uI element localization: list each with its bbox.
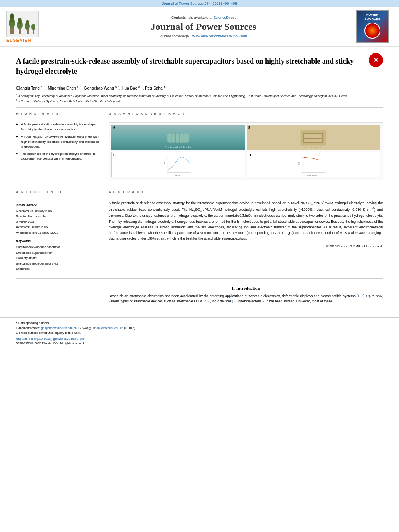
svg-point-11 xyxy=(31,24,35,30)
abstract-column: A B S T R A C T A facile prestrain-stick… xyxy=(109,190,383,272)
svg-text:Buckled film electrodes: Buckled film electrodes xyxy=(305,147,322,149)
journal-header: ELSEVIER Contents lists available at Sci… xyxy=(0,7,399,47)
highlight-item-2: A novel Na2SO4-αPUA/PAAM hydrogel electr… xyxy=(16,134,101,149)
keyword-1: Prestrain-stick-release assembly xyxy=(16,244,101,250)
highlight-item-1: A facile prestrain-stick-release assembl… xyxy=(16,122,101,132)
footer-equal-contribution: 1 These authors contributed equally to t… xyxy=(16,331,383,335)
accepted-date: Accepted 9 March 2015 xyxy=(16,224,101,230)
affiliation-a: a a Shanghai Key Laboratory of Advanced … xyxy=(16,93,383,98)
available-online-date: Available online 11 March 2015 xyxy=(16,230,101,236)
article-info-divider xyxy=(16,197,101,197)
article-content: A facile prestrain-stick-release assembl… xyxy=(0,47,399,311)
full-divider xyxy=(16,278,383,279)
svg-text:Cycle number: Cycle number xyxy=(307,174,317,176)
footer-issn: 0378-7753/© 2015 Elsevier B.V. All right… xyxy=(16,341,383,345)
article-footer: * Corresponding authors. E-mail addresse… xyxy=(0,317,399,348)
svg-text:Time / s: Time / s xyxy=(174,174,180,176)
image-c-label: C xyxy=(113,153,116,157)
image-d-label: D xyxy=(249,153,251,157)
image-b-label: B xyxy=(248,126,250,129)
highlights-label: H I G H L I G H T S xyxy=(16,112,101,115)
keyword-5: Stickiness xyxy=(16,266,101,272)
highlights-graphical-section: H I G H L I G H T S A facile prestrain-s… xyxy=(16,112,383,180)
highlights-list: A facile prestrain-stick-release assembl… xyxy=(16,122,101,161)
svg-point-6 xyxy=(18,18,22,24)
email-bao[interactable]: banhua@ecust.edu.cn xyxy=(93,326,123,330)
sciencedirect-link[interactable]: ScienceDirect xyxy=(214,16,236,20)
doi-link[interactable]: http://dx.doi.org/10.1016/j.jpowsour.201… xyxy=(16,337,383,341)
introduction-section: 1. Introduction Research on stretchable … xyxy=(16,286,383,304)
introduction-title: 1. Introduction xyxy=(109,286,383,290)
introduction-content: 1. Introduction Research on stretchable … xyxy=(109,286,383,304)
footer-emails: E-mail addresses: gengchaow@ecust.edu.cn… xyxy=(16,326,383,331)
highlights-column: H I G H L I G H T S A facile prestrain-s… xyxy=(16,112,101,180)
abstract-text: A facile prestrain-stick-release assembl… xyxy=(109,201,383,242)
achieved-text: achieved xyxy=(133,231,146,235)
abstract-image-a: A xyxy=(111,125,245,150)
journal-title: Journal of Power Sources xyxy=(51,21,356,32)
article-title: A facile prestrain-stick-release assembl… xyxy=(16,56,365,76)
journal-citation-bar: Journal of Power Sources 284 (2015) 400–… xyxy=(0,0,399,7)
keyword-2: Stretchable supercapacitor xyxy=(16,250,101,256)
article-history-label: Article history: xyxy=(16,203,101,207)
journal-cover-image: POWER SOURCES xyxy=(356,10,389,43)
divider-2 xyxy=(16,186,383,186)
homepage-url[interactable]: www.elsevier.com/locate/jpowsour xyxy=(192,34,247,38)
elsevier-tree-icon xyxy=(6,11,39,37)
svg-text:I / mA: I / mA xyxy=(163,161,165,165)
article-info-abstract-section: A R T I C L E I N F O Article history: R… xyxy=(16,190,383,272)
received-date: Received 23 January 2015 xyxy=(16,208,101,214)
abstract-images-grid: A xyxy=(111,125,380,177)
divider-1 xyxy=(16,107,383,108)
revised-date: Received in revised form xyxy=(16,214,101,219)
author-5: Petr Saha b xyxy=(145,86,165,90)
author-3: Gengchao Wang a, *, xyxy=(84,86,122,90)
article-info-label: A R T I C L E I N F O xyxy=(16,190,101,194)
highlight-item-3: The stickiness of the hydrogel electroly… xyxy=(16,152,101,161)
introduction-text: Research on stretchable electronics has … xyxy=(109,294,383,304)
svg-point-9 xyxy=(26,20,29,25)
homepage-area: journal homepage: www.elsevier.com/locat… xyxy=(51,34,356,38)
journal-title-area: Contents lists available at ScienceDirec… xyxy=(51,15,356,38)
article-history: Article history: Received 23 January 201… xyxy=(16,203,101,236)
affiliations: a a Shanghai Key Laboratory of Advanced … xyxy=(16,93,383,103)
svg-rect-22 xyxy=(304,139,322,141)
svg-rect-13 xyxy=(167,134,190,142)
abstract-image-d: D Cycle number C / % xyxy=(247,152,380,177)
abstract-image-b: B Buckled film electrodes xyxy=(247,125,380,150)
contents-available-text: Contents lists available at ScienceDirec… xyxy=(51,15,356,20)
svg-text:C / %: C / % xyxy=(298,162,300,165)
authors-line: Qianqiu Tang a, 1, Mingming Chen a, 1, G… xyxy=(16,85,383,90)
keyword-3: Polyacrylamide xyxy=(16,255,101,261)
graphical-abstract-box: A xyxy=(109,122,383,180)
keywords-label: Keywords: xyxy=(16,239,101,243)
affiliation-b: b b Centre of Polymer Systems, Tomas Bat… xyxy=(16,98,383,103)
publisher-logo-area: ELSEVIER xyxy=(6,11,51,43)
author-2: Mingming Chen a, 1, xyxy=(48,86,84,90)
author-1: Qianqiu Tang a, 1, xyxy=(16,86,48,90)
author-4: Hua Bao a, *, xyxy=(121,86,145,90)
image-a-label: A xyxy=(113,126,115,129)
footer-corresponding: * Corresponding authors. xyxy=(16,321,383,326)
abstract-label: A B S T R A C T xyxy=(109,190,383,194)
article-info-column: A R T I C L E I N F O Article history: R… xyxy=(16,190,101,272)
revised-date-2: 3 March 2015 xyxy=(16,219,101,225)
copyright-notice: © 2015 Elsevier B.V. All rights reserved… xyxy=(109,244,383,248)
abstract-image-c: C Time / s I / mA xyxy=(111,152,245,177)
graphical-abstract-column: G R A P H I C A L A B S T R A C T A xyxy=(109,112,383,180)
abstract-divider xyxy=(109,197,383,197)
crossmark-badge[interactable]: ✕ xyxy=(369,53,383,67)
email-wang[interactable]: gengchaow@ecust.edu.cn xyxy=(41,326,77,330)
keywords-section: Keywords: Prestrain-stick-release assemb… xyxy=(16,239,101,272)
svg-text:Stretchable hydrogel electroly: Stretchable hydrogel electrolyte xyxy=(165,146,191,148)
elsevier-logo: ELSEVIER xyxy=(6,11,51,43)
intro-spacer xyxy=(16,286,101,304)
svg-point-3 xyxy=(10,13,14,18)
elsevier-text: ELSEVIER xyxy=(6,38,31,43)
highlights-divider xyxy=(16,119,101,119)
keyword-4: Stretchable hydrogel electrolyte xyxy=(16,261,101,267)
journal-cover-area: POWER SOURCES xyxy=(356,10,393,43)
graphical-abstract-label: G R A P H I C A L A B S T R A C T xyxy=(109,112,383,115)
svg-rect-21 xyxy=(304,134,322,138)
graphical-divider xyxy=(109,119,383,119)
